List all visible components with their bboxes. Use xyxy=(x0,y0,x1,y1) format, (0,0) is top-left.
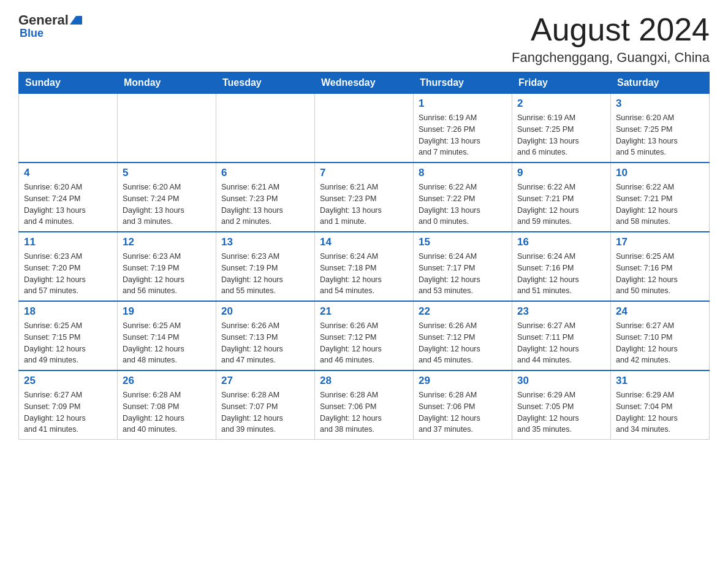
subtitle: Fangchenggang, Guangxi, China xyxy=(512,50,710,66)
calendar-day-cell: 8Sunrise: 6:22 AM Sunset: 7:22 PM Daylig… xyxy=(414,163,512,232)
day-number: 30 xyxy=(517,375,605,387)
day-number: 26 xyxy=(123,375,211,387)
day-info: Sunrise: 6:22 AM Sunset: 7:21 PM Dayligh… xyxy=(616,182,704,228)
calendar-day-cell: 26Sunrise: 6:28 AM Sunset: 7:08 PM Dayli… xyxy=(118,370,216,440)
day-number: 5 xyxy=(123,167,211,179)
calendar-day-cell: 7Sunrise: 6:21 AM Sunset: 7:23 PM Daylig… xyxy=(315,163,414,232)
day-info: Sunrise: 6:20 AM Sunset: 7:24 PM Dayligh… xyxy=(24,182,112,228)
day-info: Sunrise: 6:26 AM Sunset: 7:13 PM Dayligh… xyxy=(221,320,309,366)
day-info: Sunrise: 6:24 AM Sunset: 7:18 PM Dayligh… xyxy=(320,251,408,297)
day-info: Sunrise: 6:28 AM Sunset: 7:06 PM Dayligh… xyxy=(320,389,408,435)
day-number: 6 xyxy=(221,167,309,179)
calendar-day-cell: 6Sunrise: 6:21 AM Sunset: 7:23 PM Daylig… xyxy=(216,163,315,232)
calendar-day-cell: 14Sunrise: 6:24 AM Sunset: 7:18 PM Dayli… xyxy=(315,232,414,301)
logo-triangle-icon xyxy=(70,16,82,25)
calendar-day-cell: 22Sunrise: 6:26 AM Sunset: 7:12 PM Dayli… xyxy=(414,301,512,370)
calendar-day-cell: 28Sunrise: 6:28 AM Sunset: 7:06 PM Dayli… xyxy=(315,370,414,440)
day-info: Sunrise: 6:21 AM Sunset: 7:23 PM Dayligh… xyxy=(221,182,309,228)
calendar-day-cell: 1Sunrise: 6:19 AM Sunset: 7:26 PM Daylig… xyxy=(414,94,512,163)
day-info: Sunrise: 6:26 AM Sunset: 7:12 PM Dayligh… xyxy=(419,320,507,366)
calendar-day-cell: 18Sunrise: 6:25 AM Sunset: 7:15 PM Dayli… xyxy=(19,301,118,370)
day-info: Sunrise: 6:29 AM Sunset: 7:04 PM Dayligh… xyxy=(616,389,704,435)
header-thursday: Thursday xyxy=(414,72,512,94)
day-info: Sunrise: 6:25 AM Sunset: 7:15 PM Dayligh… xyxy=(24,320,112,366)
header-wednesday: Wednesday xyxy=(315,72,414,94)
day-number: 18 xyxy=(24,305,112,318)
header-saturday: Saturday xyxy=(611,72,710,94)
header-friday: Friday xyxy=(512,72,611,94)
day-info: Sunrise: 6:23 AM Sunset: 7:20 PM Dayligh… xyxy=(24,251,112,297)
day-number: 28 xyxy=(320,375,408,387)
calendar-day-cell: 5Sunrise: 6:20 AM Sunset: 7:24 PM Daylig… xyxy=(118,163,216,232)
day-info: Sunrise: 6:25 AM Sunset: 7:14 PM Dayligh… xyxy=(123,320,211,366)
day-number: 4 xyxy=(24,167,112,179)
calendar-day-cell: 2Sunrise: 6:19 AM Sunset: 7:25 PM Daylig… xyxy=(512,94,611,163)
day-number: 13 xyxy=(221,236,309,248)
day-info: Sunrise: 6:27 AM Sunset: 7:09 PM Dayligh… xyxy=(24,389,112,435)
main-title: August 2024 xyxy=(512,12,710,47)
calendar-week-5: 25Sunrise: 6:27 AM Sunset: 7:09 PM Dayli… xyxy=(19,370,710,440)
day-number: 9 xyxy=(517,167,605,179)
header-monday: Monday xyxy=(118,72,216,94)
calendar-day-cell: 17Sunrise: 6:25 AM Sunset: 7:16 PM Dayli… xyxy=(611,232,710,301)
calendar-day-cell: 20Sunrise: 6:26 AM Sunset: 7:13 PM Dayli… xyxy=(216,301,315,370)
calendar-week-4: 18Sunrise: 6:25 AM Sunset: 7:15 PM Dayli… xyxy=(19,301,710,370)
day-info: Sunrise: 6:22 AM Sunset: 7:22 PM Dayligh… xyxy=(419,182,507,228)
calendar-day-cell: 3Sunrise: 6:20 AM Sunset: 7:25 PM Daylig… xyxy=(611,94,710,163)
day-number: 8 xyxy=(419,167,507,179)
day-info: Sunrise: 6:20 AM Sunset: 7:24 PM Dayligh… xyxy=(123,182,211,228)
day-info: Sunrise: 6:27 AM Sunset: 7:10 PM Dayligh… xyxy=(616,320,704,366)
calendar-day-cell xyxy=(118,94,216,163)
day-number: 25 xyxy=(24,375,112,387)
day-number: 21 xyxy=(320,305,408,318)
day-number: 14 xyxy=(320,236,408,248)
calendar-week-2: 4Sunrise: 6:20 AM Sunset: 7:24 PM Daylig… xyxy=(19,163,710,232)
day-info: Sunrise: 6:25 AM Sunset: 7:16 PM Dayligh… xyxy=(616,251,704,297)
weekday-header-row: Sunday Monday Tuesday Wednesday Thursday… xyxy=(19,72,710,94)
calendar-week-1: 1Sunrise: 6:19 AM Sunset: 7:26 PM Daylig… xyxy=(19,94,710,163)
day-info: Sunrise: 6:27 AM Sunset: 7:11 PM Dayligh… xyxy=(517,320,605,366)
day-number: 31 xyxy=(616,375,704,387)
day-number: 11 xyxy=(24,236,112,248)
day-info: Sunrise: 6:28 AM Sunset: 7:08 PM Dayligh… xyxy=(123,389,211,435)
day-number: 27 xyxy=(221,375,309,387)
day-info: Sunrise: 6:28 AM Sunset: 7:06 PM Dayligh… xyxy=(419,389,507,435)
calendar-day-cell: 12Sunrise: 6:23 AM Sunset: 7:19 PM Dayli… xyxy=(118,232,216,301)
calendar-table: Sunday Monday Tuesday Wednesday Thursday… xyxy=(18,72,710,440)
day-number: 22 xyxy=(419,305,507,318)
header-sunday: Sunday xyxy=(19,72,118,94)
calendar-day-cell: 4Sunrise: 6:20 AM Sunset: 7:24 PM Daylig… xyxy=(19,163,118,232)
calendar-day-cell: 23Sunrise: 6:27 AM Sunset: 7:11 PM Dayli… xyxy=(512,301,611,370)
calendar-day-cell: 15Sunrise: 6:24 AM Sunset: 7:17 PM Dayli… xyxy=(414,232,512,301)
day-number: 7 xyxy=(320,167,408,179)
day-number: 3 xyxy=(616,98,704,110)
calendar-week-3: 11Sunrise: 6:23 AM Sunset: 7:20 PM Dayli… xyxy=(19,232,710,301)
day-info: Sunrise: 6:19 AM Sunset: 7:26 PM Dayligh… xyxy=(419,112,507,158)
calendar-day-cell: 24Sunrise: 6:27 AM Sunset: 7:10 PM Dayli… xyxy=(611,301,710,370)
day-number: 1 xyxy=(419,98,507,110)
day-info: Sunrise: 6:21 AM Sunset: 7:23 PM Dayligh… xyxy=(320,182,408,228)
day-info: Sunrise: 6:28 AM Sunset: 7:07 PM Dayligh… xyxy=(221,389,309,435)
calendar-day-cell xyxy=(19,94,118,163)
logo-general: General xyxy=(18,12,69,28)
calendar-day-cell xyxy=(216,94,315,163)
calendar-day-cell xyxy=(315,94,414,163)
day-info: Sunrise: 6:23 AM Sunset: 7:19 PM Dayligh… xyxy=(123,251,211,297)
day-number: 17 xyxy=(616,236,704,248)
day-info: Sunrise: 6:29 AM Sunset: 7:05 PM Dayligh… xyxy=(517,389,605,435)
logo-text: General xyxy=(18,12,83,28)
day-number: 12 xyxy=(123,236,211,248)
calendar-day-cell: 30Sunrise: 6:29 AM Sunset: 7:05 PM Dayli… xyxy=(512,370,611,440)
day-number: 10 xyxy=(616,167,704,179)
logo: General Blue xyxy=(18,12,83,40)
day-number: 19 xyxy=(123,305,211,318)
day-number: 15 xyxy=(419,236,507,248)
day-info: Sunrise: 6:24 AM Sunset: 7:16 PM Dayligh… xyxy=(517,251,605,297)
day-info: Sunrise: 6:19 AM Sunset: 7:25 PM Dayligh… xyxy=(517,112,605,158)
calendar-day-cell: 16Sunrise: 6:24 AM Sunset: 7:16 PM Dayli… xyxy=(512,232,611,301)
day-number: 23 xyxy=(517,305,605,318)
calendar-day-cell: 9Sunrise: 6:22 AM Sunset: 7:21 PM Daylig… xyxy=(512,163,611,232)
day-info: Sunrise: 6:24 AM Sunset: 7:17 PM Dayligh… xyxy=(419,251,507,297)
day-info: Sunrise: 6:20 AM Sunset: 7:25 PM Dayligh… xyxy=(616,112,704,158)
day-number: 24 xyxy=(616,305,704,318)
